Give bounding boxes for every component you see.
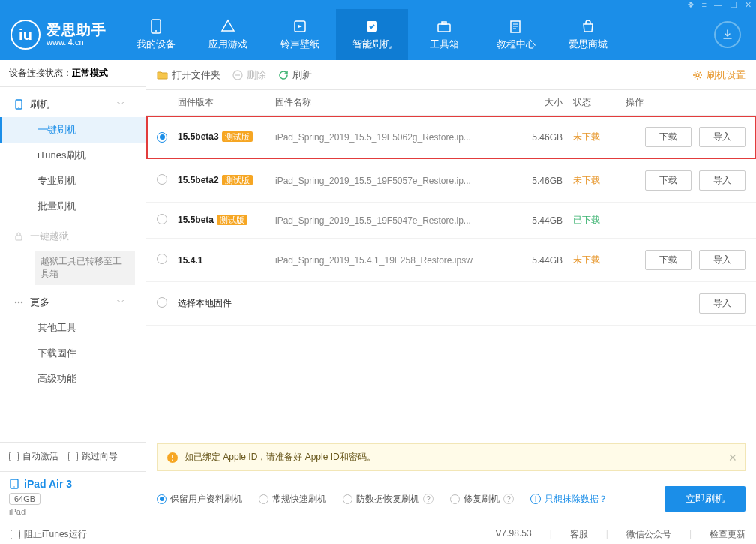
open-folder-button[interactable]: 打开文件夹 <box>157 68 220 82</box>
firmware-version: 选择本地固件 <box>178 297 275 310</box>
help-icon[interactable]: ? <box>503 494 514 504</box>
import-button[interactable]: 导入 <box>699 250 746 270</box>
info-icon[interactable]: i <box>530 494 541 504</box>
option-label: 保留用户资料刷机 <box>170 493 242 506</box>
beta-badge: 测试版 <box>222 175 253 185</box>
col-name: 固件名称 <box>275 96 520 109</box>
nav-label: 铃声壁纸 <box>280 38 320 51</box>
firmware-status: 未下载 <box>573 174 626 187</box>
block-itunes-checkbox[interactable]: 阻止iTunes运行 <box>10 528 87 541</box>
sidebar-item[interactable]: 批量刷机 <box>0 194 146 219</box>
sidebar-item[interactable]: 高级功能 <box>0 366 146 392</box>
nav-icon <box>364 18 380 35</box>
firmware-radio[interactable] <box>157 214 178 227</box>
import-button[interactable]: 导入 <box>699 293 746 314</box>
erase-data-link[interactable]: 只想抹除数据？ <box>544 493 608 506</box>
download-button[interactable]: 下载 <box>645 250 692 270</box>
sidebar-item[interactable]: 专业刷机 <box>0 168 146 194</box>
block-itunes-label: 阻止iTunes运行 <box>24 528 87 541</box>
device-capacity: 64GB <box>9 493 40 505</box>
nav-icon <box>436 18 452 35</box>
svg-point-1 <box>155 30 157 32</box>
nav-item-0[interactable]: 我的设备 <box>120 9 192 60</box>
device-name[interactable]: iPad Air 3 <box>9 478 136 490</box>
nav-item-1[interactable]: 应用游戏 <box>192 9 264 60</box>
download-arrow-icon <box>722 29 734 41</box>
titlebar-min-icon[interactable]: — <box>714 0 722 9</box>
header: iu 爱思助手 www.i4.cn 我的设备应用游戏铃声壁纸智能刷机工具箱教程中… <box>0 9 756 60</box>
import-button[interactable]: 导入 <box>699 127 746 147</box>
more-icon <box>14 297 24 308</box>
svg-point-14 <box>14 486 14 487</box>
delete-icon <box>232 70 243 80</box>
firmware-ops: 下载导入 <box>626 170 746 191</box>
connection-status: 设备连接状态：正常模式 <box>0 60 146 87</box>
titlebar-cards-icon[interactable]: ❖ <box>687 0 694 10</box>
close-notice-button[interactable]: ✕ <box>728 452 737 464</box>
sidebar-jailbreak-label: 一键越狱 <box>30 230 69 243</box>
help-icon[interactable]: ? <box>423 494 434 504</box>
notice-text: 如已绑定 Apple ID，请准备好 Apple ID和密码。 <box>184 451 376 464</box>
titlebar-menu-icon[interactable]: ≡ <box>702 0 706 9</box>
firmware-row[interactable]: 15.5beta2测试版iPad_Spring_2019_15.5_19F505… <box>146 159 756 203</box>
nav-label: 应用游戏 <box>208 38 248 51</box>
firmware-radio[interactable] <box>157 174 178 187</box>
auto-activate-checkbox[interactable]: 自动激活 <box>9 450 58 463</box>
nav-item-5[interactable]: 教程中心 <box>480 9 552 60</box>
firmware-radio[interactable] <box>157 297 178 310</box>
logo-icon: iu <box>10 20 40 50</box>
nav-item-4[interactable]: 工具箱 <box>408 9 480 60</box>
refresh-button[interactable]: 刷新 <box>278 68 312 82</box>
firmware-row[interactable]: 选择本地固件导入 <box>146 282 756 326</box>
chevron-down-icon: ﹀ <box>117 99 124 110</box>
flash-settings-button[interactable]: 刷机设置 <box>692 68 746 82</box>
download-indicator[interactable] <box>714 21 741 48</box>
download-button[interactable]: 下载 <box>645 127 692 147</box>
sidebar-item[interactable]: 其他工具 <box>0 315 146 341</box>
nav-label: 智能刷机 <box>352 38 392 51</box>
titlebar-max-icon[interactable]: ☐ <box>730 0 737 10</box>
titlebar-close-icon[interactable]: ✕ <box>745 0 752 10</box>
kefu-link[interactable]: 客服 <box>570 528 588 541</box>
sidebar-group-flash[interactable]: 刷机 ﹀ <box>0 92 146 117</box>
firmware-radio[interactable] <box>157 254 178 266</box>
flash-option[interactable]: 保留用户资料刷机 <box>157 493 242 506</box>
col-size: 大小 <box>520 96 573 109</box>
nav-label: 工具箱 <box>430 38 459 51</box>
tablet-icon <box>9 479 20 489</box>
nav: 我的设备应用游戏铃声壁纸智能刷机工具箱教程中心爱思商城 <box>120 9 699 60</box>
firmware-size: 5.44GB <box>520 215 573 226</box>
sidebar-item[interactable]: iTunes刷机 <box>0 143 146 168</box>
svg-point-12 <box>21 301 22 302</box>
nav-item-6[interactable]: 爱思商城 <box>552 9 624 60</box>
open-folder-label: 打开文件夹 <box>172 68 220 82</box>
firmware-row[interactable]: 15.5beta3测试版iPad_Spring_2019_15.5_19F506… <box>146 116 756 159</box>
flash-option[interactable]: 防数据恢复刷机? <box>343 493 434 506</box>
firmware-row[interactable]: 15.5beta测试版iPad_Spring_2019_15.5_19F5047… <box>146 203 756 239</box>
sidebar-group-more[interactable]: 更多 ﹀ <box>0 290 146 315</box>
version-label: V7.98.53 <box>496 528 532 541</box>
firmware-version: 15.5beta测试版 <box>178 215 275 226</box>
skip-guide-checkbox[interactable]: 跳过向导 <box>68 450 118 463</box>
lock-icon <box>14 231 24 242</box>
wechat-link[interactable]: 微信公众号 <box>626 528 671 541</box>
firmware-filename: iPad_Spring_2019_15.5_19F5062g_Restore.i… <box>275 132 520 143</box>
radio-icon <box>450 494 460 504</box>
svg-rect-4 <box>438 24 450 32</box>
sidebar-item[interactable]: 下载固件 <box>0 341 146 366</box>
sidebar-item[interactable]: 一键刷机 <box>0 117 146 143</box>
firmware-radio[interactable] <box>157 131 178 143</box>
nav-icon <box>148 18 164 35</box>
nav-item-3[interactable]: 智能刷机 <box>336 9 408 60</box>
import-button[interactable]: 导入 <box>699 170 746 191</box>
nav-item-2[interactable]: 铃声壁纸 <box>264 9 336 60</box>
flash-now-button[interactable]: 立即刷机 <box>664 486 746 512</box>
check-update-link[interactable]: 检查更新 <box>710 528 746 541</box>
download-button[interactable]: 下载 <box>645 170 692 191</box>
firmware-row[interactable]: 15.4.1iPad_Spring_2019_15.4.1_19E258_Res… <box>146 239 756 282</box>
flash-option[interactable]: 常规快速刷机 <box>259 493 326 506</box>
flash-option[interactable]: 修复刷机? <box>450 493 514 506</box>
sidebar-jailbreak: 一键越狱 <box>0 224 146 249</box>
folder-icon <box>157 70 168 80</box>
firmware-filename: iPad_Spring_2019_15.5_19F5047e_Restore.i… <box>275 215 520 226</box>
